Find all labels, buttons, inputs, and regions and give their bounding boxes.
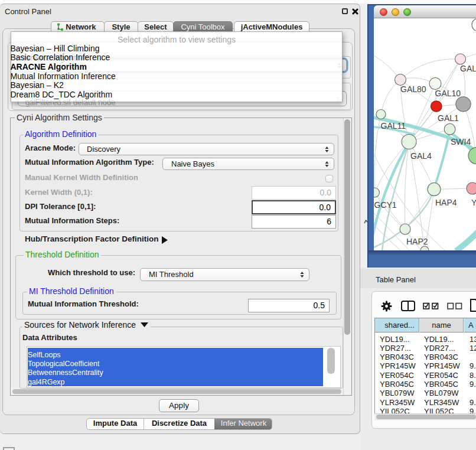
svg-text:HAP4: HAP4 [435, 198, 457, 207]
svg-text:GAL1: GAL1 [438, 113, 459, 123]
svg-text:GAL7: GAL7 [460, 64, 476, 73]
svg-text:HAP2: HAP2 [406, 237, 428, 246]
svg-text:GAL4: GAL4 [410, 151, 432, 161]
svg-text:GAL11: GAL11 [381, 121, 406, 131]
svg-text:GAL10: GAL10 [435, 89, 461, 98]
svg-text:GCY1: GCY1 [374, 200, 397, 210]
svg-text:YDR: YDR [471, 198, 476, 207]
svg-text:GAL80: GAL80 [400, 84, 426, 94]
svg-text:SWI4: SWI4 [451, 137, 471, 146]
